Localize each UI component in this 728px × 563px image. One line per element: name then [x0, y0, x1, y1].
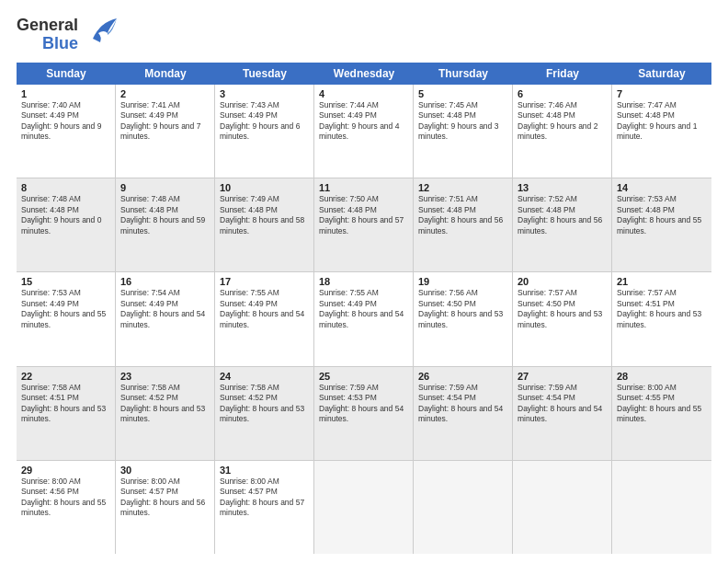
cell-text-9: Sunrise: 7:48 AM Sunset: 4:48 PM Dayligh…: [120, 194, 210, 236]
weekday-header-friday: Friday: [513, 63, 612, 85]
calendar-cell-day-3: 3Sunrise: 7:43 AM Sunset: 4:49 PM Daylig…: [215, 85, 314, 178]
day-number-28: 28: [617, 371, 708, 382]
calendar-cell-day-14: 14Sunrise: 7:53 AM Sunset: 4:48 PM Dayli…: [612, 178, 711, 271]
logo-bird-icon: [84, 13, 119, 53]
day-number-15: 15: [21, 276, 111, 287]
cell-text-4: Sunrise: 7:44 AM Sunset: 4:49 PM Dayligh…: [319, 100, 409, 143]
cell-text-3: Sunrise: 7:43 AM Sunset: 4:49 PM Dayligh…: [220, 100, 310, 143]
day-number-1: 1: [21, 88, 111, 99]
calendar-row-0: 1Sunrise: 7:40 AM Sunset: 4:49 PM Daylig…: [17, 85, 711, 178]
calendar-cell-empty-4-3: [314, 461, 414, 554]
page: General Blue SundayMondayTuesdayWednesda…: [0, 0, 728, 563]
day-number-4: 4: [319, 88, 409, 99]
day-number-2: 2: [120, 88, 210, 99]
calendar-cell-day-5: 5Sunrise: 7:45 AM Sunset: 4:48 PM Daylig…: [414, 85, 513, 178]
cell-text-20: Sunrise: 7:57 AM Sunset: 4:50 PM Dayligh…: [518, 288, 608, 330]
cell-text-25: Sunrise: 7:59 AM Sunset: 4:53 PM Dayligh…: [319, 383, 409, 425]
weekday-header-saturday: Saturday: [612, 63, 711, 85]
cell-text-27: Sunrise: 7:59 AM Sunset: 4:54 PM Dayligh…: [518, 383, 608, 425]
day-number-24: 24: [220, 371, 310, 382]
header: General Blue: [17, 17, 711, 53]
day-number-14: 14: [617, 182, 708, 193]
day-number-3: 3: [220, 88, 310, 99]
day-number-20: 20: [518, 276, 608, 287]
cell-text-24: Sunrise: 7:58 AM Sunset: 4:52 PM Dayligh…: [220, 383, 310, 425]
day-number-21: 21: [617, 276, 708, 287]
day-number-16: 16: [120, 276, 210, 287]
logo: General Blue: [17, 17, 119, 53]
calendar-header: SundayMondayTuesdayWednesdayThursdayFrid…: [17, 63, 711, 85]
calendar-cell-day-2: 2Sunrise: 7:41 AM Sunset: 4:49 PM Daylig…: [116, 85, 215, 178]
calendar-cell-day-27: 27Sunrise: 7:59 AM Sunset: 4:54 PM Dayli…: [513, 367, 612, 460]
day-number-22: 22: [21, 371, 111, 382]
calendar-cell-empty-4-5: [513, 461, 612, 554]
day-number-31: 31: [220, 465, 310, 476]
calendar-cell-day-31: 31Sunrise: 8:00 AM Sunset: 4:57 PM Dayli…: [215, 461, 314, 554]
cell-text-7: Sunrise: 7:47 AM Sunset: 4:48 PM Dayligh…: [617, 100, 708, 143]
weekday-header-tuesday: Tuesday: [215, 63, 314, 85]
calendar-cell-empty-4-4: [414, 461, 513, 554]
calendar-row-3: 22Sunrise: 7:58 AM Sunset: 4:51 PM Dayli…: [17, 367, 711, 461]
day-number-8: 8: [21, 182, 111, 193]
calendar-cell-day-11: 11Sunrise: 7:50 AM Sunset: 4:48 PM Dayli…: [314, 178, 414, 271]
day-number-11: 11: [319, 182, 409, 193]
calendar-cell-day-8: 8Sunrise: 7:48 AM Sunset: 4:48 PM Daylig…: [17, 178, 116, 271]
weekday-header-sunday: Sunday: [17, 63, 116, 85]
calendar-cell-day-29: 29Sunrise: 8:00 AM Sunset: 4:56 PM Dayli…: [17, 461, 116, 554]
day-number-7: 7: [617, 88, 708, 99]
calendar-cell-day-7: 7Sunrise: 7:47 AM Sunset: 4:48 PM Daylig…: [612, 85, 711, 178]
calendar-body: 1Sunrise: 7:40 AM Sunset: 4:49 PM Daylig…: [17, 85, 711, 554]
cell-text-11: Sunrise: 7:50 AM Sunset: 4:48 PM Dayligh…: [319, 194, 409, 236]
day-number-29: 29: [21, 465, 111, 476]
calendar-row-1: 8Sunrise: 7:48 AM Sunset: 4:48 PM Daylig…: [17, 178, 711, 272]
calendar-row-4: 29Sunrise: 8:00 AM Sunset: 4:56 PM Dayli…: [17, 461, 711, 554]
calendar-cell-day-13: 13Sunrise: 7:52 AM Sunset: 4:48 PM Dayli…: [513, 178, 612, 271]
day-number-9: 9: [120, 182, 210, 193]
calendar-cell-day-12: 12Sunrise: 7:51 AM Sunset: 4:48 PM Dayli…: [414, 178, 513, 271]
cell-text-21: Sunrise: 7:57 AM Sunset: 4:51 PM Dayligh…: [617, 288, 708, 330]
day-number-10: 10: [220, 182, 310, 193]
calendar: SundayMondayTuesdayWednesdayThursdayFrid…: [17, 63, 711, 554]
day-number-13: 13: [518, 182, 608, 193]
cell-text-12: Sunrise: 7:51 AM Sunset: 4:48 PM Dayligh…: [418, 194, 508, 236]
day-number-27: 27: [518, 371, 608, 382]
calendar-cell-day-26: 26Sunrise: 7:59 AM Sunset: 4:54 PM Dayli…: [414, 367, 513, 460]
cell-text-6: Sunrise: 7:46 AM Sunset: 4:48 PM Dayligh…: [518, 100, 608, 143]
cell-text-28: Sunrise: 8:00 AM Sunset: 4:55 PM Dayligh…: [617, 383, 708, 425]
day-number-19: 19: [418, 276, 508, 287]
calendar-cell-day-22: 22Sunrise: 7:58 AM Sunset: 4:51 PM Dayli…: [17, 367, 116, 460]
day-number-26: 26: [418, 371, 508, 382]
cell-text-1: Sunrise: 7:40 AM Sunset: 4:49 PM Dayligh…: [21, 100, 111, 143]
calendar-cell-day-28: 28Sunrise: 8:00 AM Sunset: 4:55 PM Dayli…: [612, 367, 711, 460]
calendar-cell-day-10: 10Sunrise: 7:49 AM Sunset: 4:48 PM Dayli…: [215, 178, 314, 271]
logo-text-general: General: [17, 17, 78, 35]
cell-text-19: Sunrise: 7:56 AM Sunset: 4:50 PM Dayligh…: [418, 288, 508, 330]
cell-text-2: Sunrise: 7:41 AM Sunset: 4:49 PM Dayligh…: [120, 100, 210, 143]
calendar-cell-day-15: 15Sunrise: 7:53 AM Sunset: 4:49 PM Dayli…: [17, 272, 116, 365]
cell-text-15: Sunrise: 7:53 AM Sunset: 4:49 PM Dayligh…: [21, 288, 111, 330]
cell-text-29: Sunrise: 8:00 AM Sunset: 4:56 PM Dayligh…: [21, 477, 111, 519]
cell-text-30: Sunrise: 8:00 AM Sunset: 4:57 PM Dayligh…: [120, 477, 210, 519]
day-number-23: 23: [120, 371, 210, 382]
cell-text-8: Sunrise: 7:48 AM Sunset: 4:48 PM Dayligh…: [21, 194, 111, 236]
calendar-cell-day-9: 9Sunrise: 7:48 AM Sunset: 4:48 PM Daylig…: [116, 178, 215, 271]
cell-text-10: Sunrise: 7:49 AM Sunset: 4:48 PM Dayligh…: [220, 194, 310, 236]
day-number-17: 17: [220, 276, 310, 287]
cell-text-26: Sunrise: 7:59 AM Sunset: 4:54 PM Dayligh…: [418, 383, 508, 425]
calendar-cell-day-30: 30Sunrise: 8:00 AM Sunset: 4:57 PM Dayli…: [116, 461, 215, 554]
day-number-25: 25: [319, 371, 409, 382]
calendar-cell-day-16: 16Sunrise: 7:54 AM Sunset: 4:49 PM Dayli…: [116, 272, 215, 365]
cell-text-14: Sunrise: 7:53 AM Sunset: 4:48 PM Dayligh…: [617, 194, 708, 236]
calendar-cell-day-17: 17Sunrise: 7:55 AM Sunset: 4:49 PM Dayli…: [215, 272, 314, 365]
calendar-cell-day-1: 1Sunrise: 7:40 AM Sunset: 4:49 PM Daylig…: [17, 85, 116, 178]
calendar-cell-day-23: 23Sunrise: 7:58 AM Sunset: 4:52 PM Dayli…: [116, 367, 215, 460]
weekday-header-thursday: Thursday: [414, 63, 513, 85]
weekday-header-monday: Monday: [116, 63, 215, 85]
cell-text-5: Sunrise: 7:45 AM Sunset: 4:48 PM Dayligh…: [418, 100, 508, 143]
day-number-30: 30: [120, 465, 210, 476]
weekday-header-wednesday: Wednesday: [314, 63, 414, 85]
calendar-cell-day-24: 24Sunrise: 7:58 AM Sunset: 4:52 PM Dayli…: [215, 367, 314, 460]
calendar-cell-day-6: 6Sunrise: 7:46 AM Sunset: 4:48 PM Daylig…: [513, 85, 612, 178]
cell-text-31: Sunrise: 8:00 AM Sunset: 4:57 PM Dayligh…: [220, 477, 310, 519]
day-number-12: 12: [418, 182, 508, 193]
